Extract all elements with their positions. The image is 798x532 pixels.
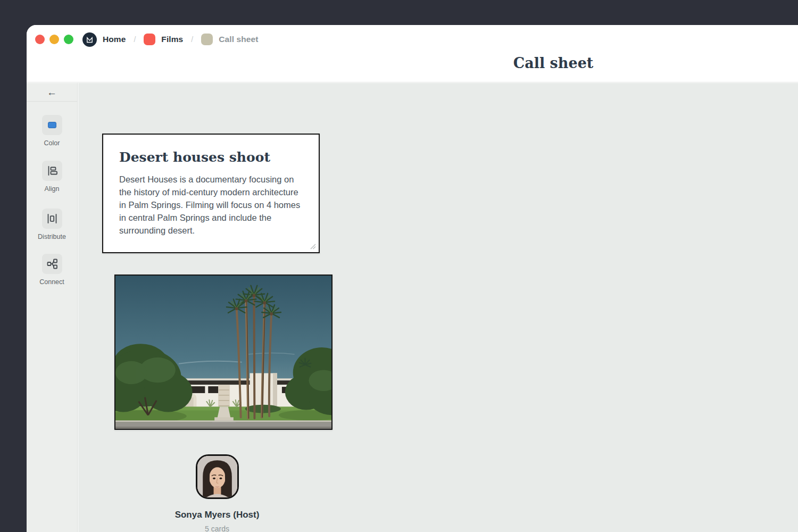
breadcrumb-separator: / <box>190 35 194 44</box>
distribute-icon <box>46 212 59 225</box>
milanote-logo-icon <box>82 32 97 47</box>
distribute-tool-label: Distribute <box>38 233 66 240</box>
person-card-count: 5 cards <box>205 525 229 532</box>
note-card-title: Desert houses shoot <box>119 149 303 165</box>
breadcrumb-separator: / <box>132 35 137 44</box>
note-card[interactable]: Desert houses shoot Desert Houses is a d… <box>102 134 320 253</box>
connect-tool-button[interactable] <box>42 254 62 274</box>
board-title[interactable]: Call sheet <box>513 55 594 71</box>
color-swatch-icon <box>46 119 59 131</box>
person-name: Sonya Myers (Host) <box>175 510 260 520</box>
window-header: Home / Films / Call sheet Call sheet <box>27 25 798 82</box>
tool-distribute: Distribute <box>27 209 77 240</box>
palm-house-photo <box>115 276 331 429</box>
breadcrumb-films-label: Films <box>161 35 183 44</box>
connect-icon <box>46 257 59 270</box>
distribute-tool-button[interactable] <box>42 209 62 229</box>
board-canvas[interactable]: Desert houses shoot Desert Houses is a d… <box>78 83 798 532</box>
maximize-window-button[interactable] <box>64 35 73 44</box>
person-card[interactable]: Sonya Myers (Host) 5 cards <box>160 454 274 532</box>
resize-handle-icon[interactable] <box>309 242 316 250</box>
align-tool-button[interactable] <box>42 161 62 181</box>
sidebar-divider <box>27 101 77 102</box>
desktop-background: Home / Films / Call sheet Call sheet ← <box>0 0 798 532</box>
tool-connect: Connect <box>27 254 77 286</box>
breadcrumb-call-sheet[interactable]: Call sheet <box>201 34 258 45</box>
close-window-button[interactable] <box>35 35 45 44</box>
align-icon <box>46 164 59 177</box>
note-card-body: Desert Houses is a documentary focusing … <box>119 173 303 237</box>
breadcrumb-home[interactable]: Home <box>82 32 126 47</box>
breadcrumb: Home / Films / Call sheet <box>82 32 258 46</box>
app-window: Home / Films / Call sheet Call sheet ← <box>27 25 798 532</box>
tool-color: Color <box>27 115 77 147</box>
breadcrumb-call-sheet-label: Call sheet <box>219 35 258 44</box>
avatar[interactable] <box>196 454 239 499</box>
connect-tool-label: Connect <box>39 278 64 286</box>
sonya-portrait <box>197 456 237 497</box>
image-card[interactable] <box>114 275 332 430</box>
red-board-chip-icon <box>144 34 155 45</box>
window-controls <box>35 35 73 44</box>
color-tool-button[interactable] <box>42 115 62 135</box>
collapse-sidebar-button[interactable]: ← <box>27 84 77 101</box>
minimize-window-button[interactable] <box>49 35 59 44</box>
tools-sidebar: ← Color <box>27 83 78 532</box>
breadcrumb-home-label: Home <box>103 35 126 44</box>
align-tool-label: Align <box>45 185 60 193</box>
tool-align: Align <box>27 161 77 193</box>
beige-board-chip-icon <box>201 34 213 45</box>
color-tool-label: Color <box>44 139 60 147</box>
breadcrumb-films[interactable]: Films <box>144 34 183 45</box>
